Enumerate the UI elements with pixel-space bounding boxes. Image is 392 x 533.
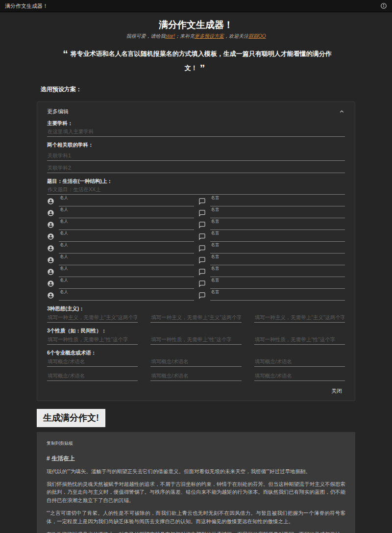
celebrity-quote-input[interactable] [210, 212, 345, 218]
celebrity-name-label: 名人 [59, 230, 194, 235]
celebrity-quote-label: 名言 [210, 230, 345, 235]
chat-icon [198, 268, 206, 276]
essay-title: # 生活在上 [47, 455, 345, 463]
chat-icon [198, 256, 206, 264]
isms-label: 3种思想(主义)： [47, 305, 345, 312]
star-link[interactable]: star! [165, 33, 174, 39]
celebrity-name-input[interactable] [59, 235, 194, 242]
celebrity-quote-label: 名言 [210, 278, 345, 282]
subtitle-text: 我很可爱，请给我 [126, 33, 165, 39]
celebrity-name-input[interactable] [59, 200, 194, 206]
person-icon [47, 280, 54, 287]
celebrity-name-input[interactable] [59, 212, 194, 218]
topbar: 满分作文生成器！ [0, 0, 392, 12]
essay-paragraph: 我们怀揣热忱的灵魂天然被赋予对超越性的追求，不屑于古旧坐标的约束，钟情于在别处的… [47, 480, 345, 505]
chat-icon [198, 245, 206, 252]
celebrity-quote-label: 名言 [210, 254, 345, 259]
related-subjects-label: 两个相关联的学科： [47, 142, 345, 149]
celebrity-name-input[interactable] [59, 271, 194, 277]
concept-input-4[interactable] [47, 372, 138, 381]
celebrity-name-input[interactable] [59, 259, 194, 265]
concepts-group [47, 357, 345, 381]
celebrity-quote-label: 名言 [210, 242, 345, 247]
info-button[interactable] [380, 2, 387, 9]
celebrity-name-label: 名人 [59, 278, 194, 282]
concept-input-5[interactable] [150, 372, 241, 381]
celebrity-name-label: 名人 [59, 219, 194, 224]
isms-group [47, 313, 345, 323]
concepts-label: 6个专业概念或术语： [47, 350, 345, 356]
celebrity-row: 名人 名言 [47, 207, 345, 218]
concept-input-1[interactable] [47, 357, 138, 367]
info-icon [380, 2, 387, 9]
topic-input[interactable] [47, 185, 345, 195]
more-presets-link[interactable]: 更多预设方案 [195, 33, 224, 39]
celebrity-name-label: 名人 [59, 195, 194, 200]
concept-input-6[interactable] [254, 372, 345, 381]
celebrity-row: 名人 名言 [47, 195, 345, 206]
celebrity-name-label: 名人 [59, 289, 194, 294]
essay-output-panel: 复制到剪贴板 # 生活在上 现代以的“”为嚆矢。滥觞于与的期望正失去它们的借鉴意… [37, 432, 355, 533]
person-icon [47, 221, 54, 228]
editor-panel: 更多编辑 主要学科： 两个相关联的学科： 题目：生活在(一种结构)上： 名人 名… [37, 102, 355, 401]
celebrity-quote-input[interactable] [210, 282, 345, 289]
person-icon [47, 233, 54, 240]
chat-icon [198, 292, 206, 299]
related-subjects-group [47, 152, 345, 173]
concept-input-2[interactable] [150, 357, 241, 367]
person-icon [47, 198, 54, 205]
editor-panel-header[interactable]: 更多编辑 [47, 108, 345, 115]
celebrity-row: 名人 名言 [47, 219, 345, 230]
nature-input-1[interactable] [47, 335, 138, 345]
topic-label: 题目：生活在(一种结构)上： [47, 178, 345, 185]
main-content: 满分作文生成器！ 我很可爱，请给我star!；来补充更多预设方案，欢迎关注槑槑O… [37, 19, 355, 533]
chat-icon [198, 233, 206, 240]
celebrity-quote-input[interactable] [210, 271, 345, 277]
celebrity-name-input[interactable] [59, 282, 194, 289]
copy-to-clipboard-button[interactable]: 复制到剪贴板 [47, 440, 73, 447]
celebrity-name-input[interactable] [59, 294, 194, 301]
concept-input-3[interactable] [254, 357, 345, 367]
chevron-up-icon[interactable] [339, 108, 345, 115]
celebrity-name-input[interactable] [59, 224, 194, 230]
close-quote-mark: ” [200, 62, 205, 74]
celebrity-name-label: 名人 [59, 254, 194, 259]
celebrity-name-label: 名人 [59, 266, 194, 271]
celebrity-quote-input[interactable] [210, 200, 345, 206]
celebrity-quote-label: 名言 [210, 207, 345, 212]
celebrity-row: 名人 名言 [47, 230, 345, 242]
ism-input-1[interactable] [47, 313, 138, 323]
chat-icon [198, 221, 206, 228]
celebrity-quote-input[interactable] [210, 294, 345, 301]
generate-button[interactable]: 生成满分作文! [37, 409, 105, 427]
celebrity-row: 名人 名言 [47, 254, 345, 265]
person-icon [47, 292, 54, 299]
tagline: “将专业术语和名人名言以随机报菜名的方式填入模板，生成一篇只有聪明人才能看懂的满… [51, 47, 341, 76]
person-icon [47, 256, 54, 264]
nature-input-2[interactable] [150, 335, 241, 345]
celebrity-quote-label: 名言 [210, 266, 345, 271]
celebrity-row: 名人 名言 [47, 289, 345, 301]
celebrity-quote-input[interactable] [210, 235, 345, 242]
main-subject-input[interactable] [47, 127, 345, 137]
natures-label: 3个性质（如：民间性）： [47, 328, 345, 334]
ism-input-2[interactable] [150, 313, 241, 323]
nature-input-3[interactable] [254, 335, 345, 345]
person-icon [47, 268, 54, 276]
celebrity-name-input[interactable] [59, 247, 194, 254]
celebrity-quote-input[interactable] [210, 259, 345, 265]
person-icon [47, 245, 54, 252]
celebrity-quote-input[interactable] [210, 224, 345, 230]
open-quote-mark: “ [63, 48, 68, 59]
celebrity-name-label: 名人 [59, 242, 194, 247]
ism-input-3[interactable] [254, 313, 345, 323]
close-button[interactable]: 关闭 [328, 386, 345, 396]
natures-group [47, 335, 345, 345]
related-subject-2-input[interactable] [47, 164, 345, 173]
related-subject-1-input[interactable] [47, 152, 345, 161]
celebrity-row: 名人 名言 [47, 242, 345, 254]
essay-paragraph: 在孜孜矻矻以求意义的道路上，对自己的期望本就是在与与对接中塑型的动态过程。而我们… [47, 530, 345, 533]
follow-link[interactable]: 槑槑OO [248, 33, 266, 39]
preset-scheme-label: 选用预设方案： [41, 85, 355, 94]
celebrity-quote-input[interactable] [210, 247, 345, 254]
